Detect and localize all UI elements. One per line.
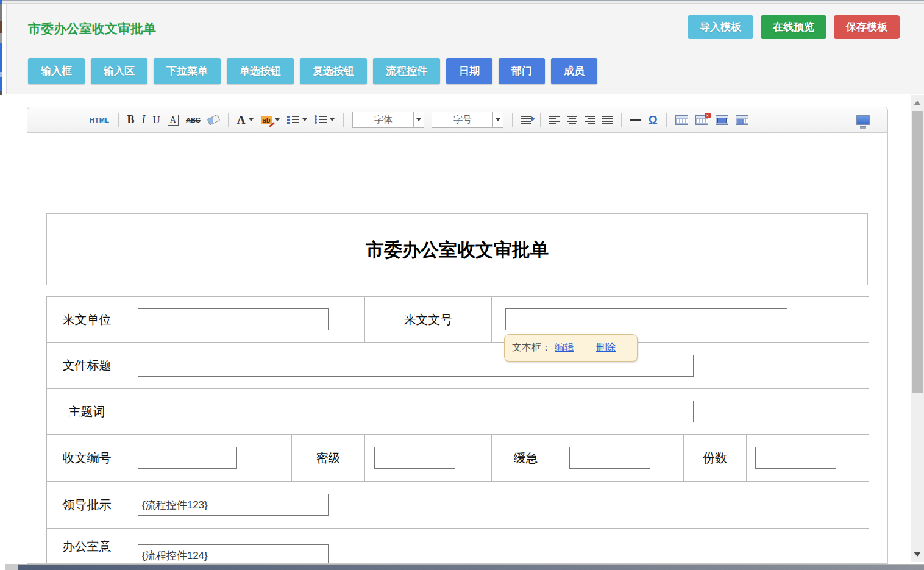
toolbar-separator (666, 113, 667, 127)
chevron-down-icon (302, 118, 307, 121)
delete-table-button[interactable]: ✕ (695, 115, 708, 125)
leader-note-input[interactable] (138, 494, 329, 516)
widget-radio-button[interactable]: 单选按钮 (227, 58, 294, 84)
chevron-down-icon (249, 118, 254, 121)
font-color-button[interactable]: A (237, 113, 254, 127)
font-size-label: 字号 (432, 114, 492, 126)
widget-textarea-button[interactable]: 输入区 (91, 58, 147, 84)
insert-table-icon (675, 115, 688, 125)
widget-date-button[interactable]: 日期 (446, 58, 492, 84)
label-copies: 份数 (684, 435, 747, 482)
highlight-button[interactable]: ab (261, 116, 280, 124)
cell-leader-note (127, 482, 869, 529)
editor-content[interactable]: 市委办公室收文审批单 来文单位 来文文号 文件标题 主题词 (27, 213, 887, 564)
underline-button[interactable]: U (153, 114, 160, 126)
align-justify-button[interactable] (602, 116, 613, 124)
document-title: 市委办公室收文审批单 (46, 213, 868, 285)
cell-security (365, 435, 492, 482)
toolbar-separator (343, 113, 344, 127)
urgency-input[interactable] (569, 447, 650, 469)
background-window-sliver (0, 0, 2, 95)
special-char-button[interactable]: Ω (648, 113, 657, 127)
chevron-down-icon (330, 118, 335, 121)
font-frame-button[interactable]: A (168, 115, 179, 126)
widget-checkbox-button[interactable]: 复选按钮 (300, 58, 367, 84)
align-right-icon (585, 116, 595, 124)
security-input[interactable] (374, 447, 455, 469)
copies-input[interactable] (755, 447, 836, 469)
label-urgency: 缓急 (492, 435, 560, 482)
doc-number-input[interactable] (505, 308, 787, 330)
font-size-select[interactable]: 字号 (432, 112, 503, 128)
office-note-input[interactable] (138, 544, 329, 564)
page-title: 市委办公室收文审批单 (28, 20, 156, 37)
scrollbar-up-arrow[interactable] (914, 101, 921, 105)
font-color-icon: A (237, 113, 246, 127)
cell-office-note (127, 529, 869, 565)
scrollbar-track[interactable] (911, 95, 924, 562)
label-security: 密级 (292, 435, 365, 482)
online-preview-button[interactable]: 在线预览 (761, 15, 826, 39)
ordered-list-button[interactable] (287, 115, 307, 124)
align-left-button[interactable] (549, 116, 560, 124)
italic-button[interactable]: I (142, 113, 146, 126)
widget-dropdown-button[interactable]: 下拉菜单 (154, 58, 221, 84)
toolbar-separator (540, 113, 541, 127)
indent-button[interactable] (521, 116, 531, 124)
scrollbar-down-arrow[interactable] (914, 552, 921, 557)
table-row: 来文单位 来文文号 (47, 297, 869, 343)
tooltip-delete-link[interactable]: 删除 (596, 341, 616, 354)
preview-button[interactable] (856, 115, 875, 125)
header: 市委办公室收文审批单 导入模板 在线预览 保存模板 输入框 输入区 下拉菜单 单… (6, 4, 924, 94)
scrollbar-thumb[interactable] (912, 111, 923, 393)
font-family-select[interactable]: 字体 (352, 112, 424, 128)
widget-member-button[interactable]: 成员 (551, 58, 597, 84)
horizontal-rule-button[interactable] (630, 119, 641, 121)
cell-receipt-number (127, 435, 292, 482)
html-source-button[interactable]: HTML (90, 116, 110, 124)
highlight-icon: ab (261, 116, 272, 124)
widget-flow-control-button[interactable]: 流程控件 (373, 58, 440, 84)
cell-properties-button[interactable] (736, 115, 748, 125)
subject-input[interactable] (138, 401, 694, 422)
align-right-button[interactable] (585, 116, 595, 124)
unordered-list-button[interactable] (315, 115, 335, 124)
cell-copies (747, 435, 869, 482)
eraser-button[interactable] (208, 116, 219, 123)
align-center-icon (567, 116, 577, 124)
monitor-icon (856, 115, 870, 125)
font-size-caret[interactable] (492, 112, 503, 127)
receipt-number-input[interactable] (138, 447, 237, 469)
delete-table-icon: ✕ (695, 115, 708, 125)
strikethrough-button[interactable]: ABC (186, 116, 201, 124)
font-family-caret[interactable] (413, 112, 424, 127)
tooltip-edit-link[interactable]: 编辑 (555, 341, 574, 354)
save-template-button[interactable]: 保存模板 (834, 15, 900, 39)
widget-department-button[interactable]: 部门 (499, 58, 545, 84)
editor-panel: HTML B I U A ABC A ab (27, 107, 888, 564)
bold-button[interactable]: B (127, 113, 135, 126)
cell-from-unit (127, 297, 365, 343)
from-unit-input[interactable] (138, 308, 329, 330)
indent-icon (521, 116, 531, 124)
toolbar-separator (621, 113, 622, 127)
table-properties-button[interactable] (716, 115, 728, 125)
header-actions: 导入模板 在线预览 保存模板 (688, 15, 900, 39)
widget-button-row: 输入框 输入区 下拉菜单 单选按钮 复选按钮 流程控件 日期 部门 成员 (28, 58, 597, 84)
table-row: 主题词 (47, 389, 869, 435)
import-template-button[interactable]: 导入模板 (688, 15, 753, 39)
table-row: 领导批示 (47, 482, 869, 529)
bottom-edge-segment (18, 564, 924, 570)
widget-input-box-button[interactable]: 输入框 (28, 58, 85, 84)
textbox-hover-tooltip: 文本框： 编辑 删除 (504, 334, 638, 362)
align-center-button[interactable] (567, 116, 577, 124)
label-doc-number: 来文文号 (365, 297, 492, 343)
toolbar-separator (118, 113, 119, 127)
chevron-down-icon (496, 118, 500, 121)
insert-table-button[interactable] (675, 115, 688, 125)
unordered-list-icon (315, 115, 327, 124)
bottom-edge-segment (0, 564, 5, 570)
label-subject: 主题词 (47, 389, 127, 435)
label-leader-note: 领导批示 (47, 482, 127, 529)
font-family-label: 字体 (353, 114, 413, 126)
